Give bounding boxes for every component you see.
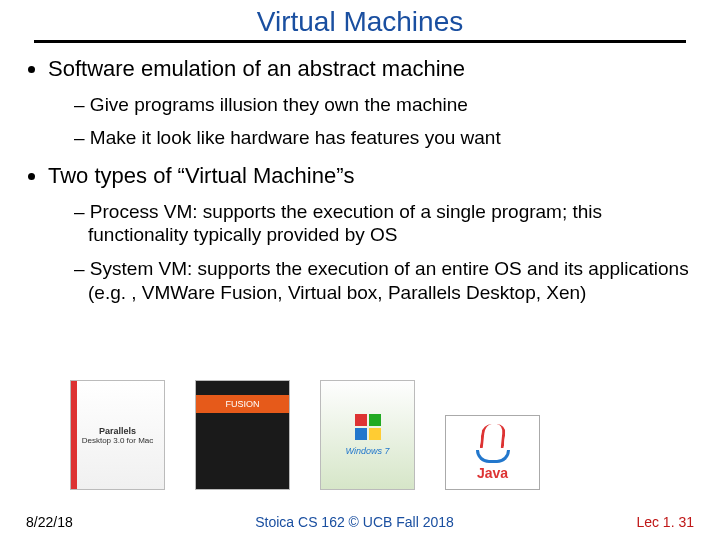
content-list: Software emulation of an abstract machin… bbox=[0, 55, 720, 305]
vmware-fusion-box-icon: FUSION bbox=[195, 380, 290, 490]
parallels-title: Parallels bbox=[99, 426, 136, 436]
bullet-1: Software emulation of an abstract machin… bbox=[48, 55, 692, 150]
windows7-label: Windows 7 bbox=[346, 446, 390, 456]
parallels-stripe-icon bbox=[71, 381, 77, 489]
slide: Virtual Machines Software emulation of a… bbox=[0, 0, 720, 540]
bullet-2-sub-2: System VM: supports the execution of an … bbox=[48, 257, 692, 305]
bullet-1-sub-1: Give programs illusion they own the mach… bbox=[48, 93, 692, 117]
footer-lecture-number: Lec 1. 31 bbox=[636, 514, 694, 530]
title-underline bbox=[34, 40, 686, 43]
slide-footer: 8/22/18 Stoica CS 162 © UCB Fall 2018 Le… bbox=[0, 514, 720, 530]
bullet-1-sublist: Give programs illusion they own the mach… bbox=[48, 93, 692, 151]
bullet-1-sub-2: Make it look like hardware has features … bbox=[48, 126, 692, 150]
bullet-2: Two types of “Virtual Machine”s Process … bbox=[48, 162, 692, 305]
product-boxes-row: Parallels Desktop 3.0 for Mac FUSION Win… bbox=[70, 380, 540, 490]
fusion-band-label: FUSION bbox=[196, 395, 289, 413]
footer-course: Stoica CS 162 © UCB Fall 2018 bbox=[255, 514, 454, 530]
bullet-2-sub-1: Process VM: supports the execution of a … bbox=[48, 200, 692, 248]
java-cup-icon bbox=[476, 450, 510, 463]
bullet-2-sublist: Process VM: supports the execution of a … bbox=[48, 200, 692, 305]
footer-date: 8/22/18 bbox=[26, 514, 73, 530]
java-steam-icon bbox=[479, 424, 506, 448]
windows7-box-icon: Windows 7 bbox=[320, 380, 415, 490]
java-wordmark: Java bbox=[477, 465, 508, 481]
parallels-subtitle: Desktop 3.0 for Mac bbox=[82, 436, 154, 445]
java-logo-icon: Java bbox=[445, 415, 540, 490]
parallels-box-icon: Parallels Desktop 3.0 for Mac bbox=[70, 380, 165, 490]
bullet-2-text: Two types of “Virtual Machine”s bbox=[48, 163, 355, 188]
slide-title: Virtual Machines bbox=[0, 0, 720, 40]
bullet-1-text: Software emulation of an abstract machin… bbox=[48, 56, 465, 81]
windows-flag-icon bbox=[355, 414, 381, 440]
